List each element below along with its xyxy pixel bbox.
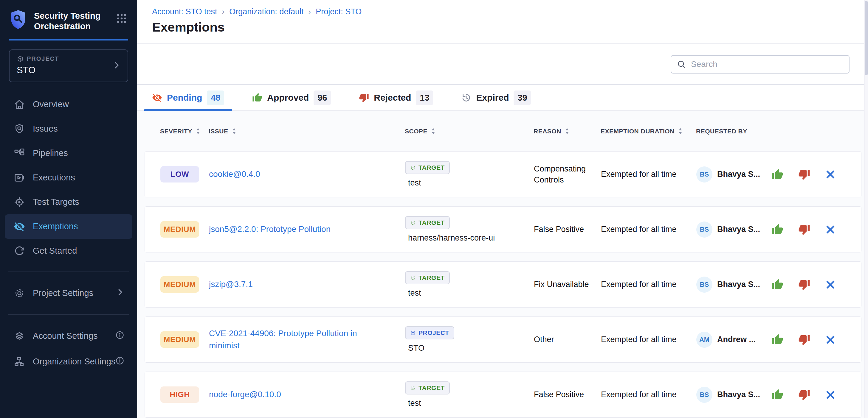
eye-off-icon — [152, 93, 162, 103]
issue-link[interactable]: CVE-2021-44906: Prototype Pollution in m… — [209, 327, 405, 352]
scope-chip: TARGET — [405, 216, 450, 229]
dismiss-button[interactable] — [825, 334, 836, 345]
tab-expired[interactable]: Expired 39 — [454, 85, 538, 110]
thumbs-up-icon — [771, 223, 783, 236]
tab-count-badge: 13 — [416, 91, 433, 105]
table-row: MEDIUM json5@2.2.0: Prototype Pollution … — [145, 206, 862, 252]
tab-approved[interactable]: Approved 96 — [244, 85, 339, 110]
sidebar-item-label: Project Settings — [33, 288, 93, 298]
issue-link[interactable]: jszip@3.7.1 — [209, 278, 270, 290]
scope-cell: TARGET harness/harness-core-ui — [405, 216, 534, 243]
requester-name: Bhavya S... — [717, 225, 760, 234]
sidebar-item-exemptions[interactable]: Exemptions — [5, 214, 132, 239]
approve-button[interactable] — [771, 279, 783, 290]
close-icon — [825, 169, 836, 180]
sidebar-item-project-settings[interactable]: Project Settings — [0, 280, 137, 306]
sort-icon — [196, 128, 200, 135]
requested-by-cell: BS Bhavya S... — [696, 277, 768, 293]
column-header-exemption-duration[interactable]: EXEMPTION DURATION — [600, 128, 696, 135]
reject-button[interactable] — [798, 279, 810, 290]
reject-button[interactable] — [798, 223, 810, 236]
reject-button[interactable] — [798, 334, 810, 346]
column-header-severity[interactable]: SEVERITY — [160, 128, 209, 135]
sto-logo-shield-icon — [9, 9, 27, 30]
avatar: BS — [696, 277, 712, 293]
requested-by-cell: BS Bhavya S... — [696, 166, 768, 182]
sidebar-nav: Overview Issues Pipelines Executions Tes… — [0, 92, 137, 263]
scope-cell: TARGET test — [405, 161, 534, 187]
table-row: HIGH node-forge@0.10.0 TARGET test False… — [145, 372, 862, 418]
scrollbar-thumb[interactable] — [865, 1, 868, 75]
reject-button[interactable] — [798, 169, 810, 180]
target-icon — [14, 197, 25, 208]
scrollbar-track[interactable] — [864, 0, 868, 418]
approve-button[interactable] — [771, 334, 783, 346]
app-title: Security Testing Orchestration — [34, 9, 105, 32]
sidebar-item-issues[interactable]: Issues — [0, 117, 137, 141]
exemptions-table: SEVERITY ISSUE SCOPE REASON EXEMPTION DU… — [137, 111, 868, 418]
sidebar-item-overview[interactable]: Overview — [0, 92, 137, 117]
sidebar-item-get-started[interactable]: Get Started — [0, 239, 137, 263]
severity-badge: MEDIUM — [160, 276, 199, 293]
sidebar-item-pipelines[interactable]: Pipelines — [0, 141, 137, 166]
target-dot-icon — [410, 275, 416, 281]
row-actions — [768, 389, 861, 401]
tab-count-badge: 48 — [207, 91, 224, 105]
column-header-reason[interactable]: REASON — [533, 128, 600, 135]
approve-button[interactable] — [771, 223, 783, 236]
reason-cell: Other — [534, 334, 601, 345]
severity-badge: HIGH — [160, 386, 199, 403]
tab-pending[interactable]: Pending 48 — [144, 85, 232, 110]
search-icon — [677, 60, 686, 69]
column-header-requested-by: REQUESTED BY — [696, 128, 768, 135]
dismiss-button[interactable] — [825, 279, 836, 290]
module-grid-icon[interactable] — [116, 9, 128, 26]
search-box[interactable] — [671, 55, 849, 73]
scope-value: STO — [408, 344, 425, 353]
issue-link[interactable]: node-forge@0.10.0 — [209, 388, 298, 401]
thumbs-down-icon — [798, 334, 810, 346]
tab-rejected[interactable]: Rejected 13 — [351, 85, 441, 110]
requested-by-cell: AM Andrew ... — [696, 332, 768, 348]
sidebar-item-organization-settings[interactable]: Organization Settings — [0, 349, 137, 375]
issue-link[interactable]: cookie@0.4.0 — [209, 168, 277, 180]
column-header-scope[interactable]: SCOPE — [405, 128, 533, 135]
breadcrumb-organization[interactable]: Organization: default — [229, 7, 304, 16]
target-dot-icon — [410, 165, 416, 171]
sort-icon — [431, 128, 435, 135]
approve-button[interactable] — [771, 389, 783, 401]
sidebar-item-test-targets[interactable]: Test Targets — [0, 190, 137, 214]
sidebar-item-executions[interactable]: Executions — [0, 166, 137, 190]
breadcrumb-separator: › — [308, 7, 311, 16]
project-selector[interactable]: PROJECT STO — [9, 49, 128, 82]
breadcrumb-separator: › — [222, 7, 225, 16]
target-dot-icon — [410, 220, 416, 226]
breadcrumb-account[interactable]: Account: STO test — [152, 7, 217, 16]
scope-value: test — [408, 398, 421, 408]
sort-icon — [232, 128, 237, 135]
thumbs-down-icon — [359, 93, 369, 103]
tab-count-badge: 96 — [314, 91, 331, 105]
sidebar-item-label: Issues — [33, 124, 58, 134]
requester-name: Bhavya S... — [717, 170, 760, 179]
dismiss-button[interactable] — [825, 224, 836, 235]
search-input[interactable] — [691, 60, 843, 69]
info-icon[interactable] — [115, 330, 125, 342]
dismiss-button[interactable] — [825, 169, 836, 180]
duration-cell: Exempted for all time — [601, 390, 696, 399]
sidebar-item-account-settings[interactable]: Account Settings — [0, 323, 137, 349]
scope-cell: TARGET test — [405, 271, 534, 298]
thumbs-up-icon — [771, 169, 783, 180]
accent-bar — [9, 39, 128, 40]
duration-cell: Exempted for all time — [601, 335, 696, 344]
approve-button[interactable] — [771, 169, 783, 180]
issue-link[interactable]: json5@2.2.0: Prototype Pollution — [209, 223, 347, 236]
reject-button[interactable] — [798, 389, 810, 401]
dismiss-button[interactable] — [825, 389, 836, 400]
reason-cell: Compensating Controls — [534, 164, 601, 185]
target-dot-icon — [410, 385, 416, 391]
breadcrumb-project[interactable]: Project: STO — [316, 7, 362, 16]
reason-cell: False Positive — [534, 389, 601, 400]
column-header-issue[interactable]: ISSUE — [209, 128, 405, 135]
info-icon[interactable] — [115, 356, 125, 368]
